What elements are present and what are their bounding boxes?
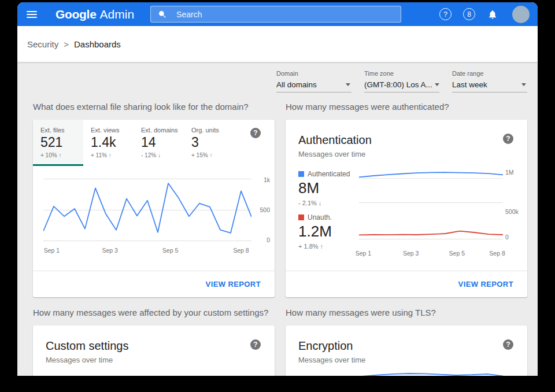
card-subtitle: Messages over time xyxy=(298,150,372,158)
notifications-bell-icon[interactable] xyxy=(487,9,498,20)
menu-icon[interactable] xyxy=(27,8,40,21)
google-admin-logo: GoogleAdmin xyxy=(56,8,134,21)
authenticated-sparkline xyxy=(359,170,503,203)
question-custom-settings: How many messages were affected by your … xyxy=(33,308,275,317)
stat-tabs: Ext. files 521 + 10% ↑ Ext. views 1.4k +… xyxy=(33,120,275,166)
tab-delta: + 15% ↑ xyxy=(191,152,234,158)
filter-timezone[interactable]: Time zone (GMT-8:00) Los A... xyxy=(364,70,439,93)
card-title: Custom settings xyxy=(46,339,128,353)
tab-ext-domains[interactable]: Ext. domains 14 - 12% ↓ xyxy=(134,120,184,166)
card-header: Authentication Messages over time ? xyxy=(286,120,527,158)
x-axis-label: Sep 3 xyxy=(403,250,419,257)
authentication-column: How many messages were authenticated? Au… xyxy=(286,102,527,297)
x-axis-label: Sep 1 xyxy=(356,250,371,257)
card-subtitle: Messages over time xyxy=(46,356,128,364)
card-title: Authentication xyxy=(298,134,372,147)
tab-label: Org. units xyxy=(191,127,234,134)
filter-value: Last week xyxy=(452,80,487,89)
logo-admin-text: Admin xyxy=(100,8,135,21)
x-axis: Sep 1 Sep 3 Sep 5 Sep 8 xyxy=(43,247,251,255)
filters-bar: Domain All domains Time zone (GMT-8:00) … xyxy=(33,70,527,93)
search-input[interactable] xyxy=(175,9,394,20)
counter-badge-icon[interactable]: 8 xyxy=(463,8,475,20)
tab-ext-files[interactable]: Ext. files 521 + 10% ↑ xyxy=(33,120,83,166)
search-bar[interactable] xyxy=(150,6,401,23)
tab-value: 521 xyxy=(40,135,83,150)
legend-unauthenticated: Unauth. xyxy=(298,213,356,221)
legend-swatch-blue xyxy=(298,171,304,177)
x-axis-label: Sep 8 xyxy=(489,250,505,257)
breadcrumb-separator: > xyxy=(64,39,69,49)
tab-delta: - 12% ↓ xyxy=(141,152,184,158)
view-report-link[interactable]: VIEW REPORT xyxy=(206,280,261,289)
chevron-down-icon xyxy=(521,83,526,86)
stat-value: 8M xyxy=(298,179,356,197)
tab-label: Ext. views xyxy=(91,127,134,134)
custom-settings-column: How many messages were affected by your … xyxy=(33,308,275,376)
cards-row-2: How many messages were affected by your … xyxy=(33,308,527,376)
card-footer: VIEW REPORT xyxy=(33,271,275,297)
help-icon[interactable]: ? xyxy=(503,134,513,144)
filter-value: All domains xyxy=(276,80,317,89)
x-axis-label: Sep 8 xyxy=(233,247,249,254)
legend-column: Authenticated 8M - 2.1% ↓ Unauth. 1.2 xyxy=(298,170,356,250)
line-chart xyxy=(359,170,503,182)
card-header: Custom settings Messages over time ? xyxy=(33,326,275,364)
tab-label: Ext. domains xyxy=(141,127,184,134)
tab-label: Ext. files xyxy=(40,127,83,134)
help-icon[interactable]: ? xyxy=(439,8,452,20)
tab-delta: + 10% ↑ xyxy=(40,152,83,158)
y-axis-label: 1M xyxy=(505,169,523,176)
card-subtitle: Messages over time xyxy=(298,356,365,364)
tab-delta: + 11% ↑ xyxy=(91,152,134,158)
card-custom-settings: Custom settings Messages over time ? xyxy=(33,326,275,376)
tab-org-units[interactable]: Org. units 3 + 15% ↑ xyxy=(184,120,234,166)
line-chart xyxy=(359,224,503,238)
view-report-link[interactable]: VIEW REPORT xyxy=(458,280,513,289)
filter-value: (GMT-8:00) Los A... xyxy=(364,80,432,89)
app-bar-actions: ? 8 xyxy=(439,6,530,23)
card-header: Encryption Messages over time ? xyxy=(286,326,527,364)
filter-label: Date range xyxy=(452,70,527,77)
user-avatar[interactable] xyxy=(512,6,530,23)
tab-value: 3 xyxy=(191,135,234,150)
y-axis-label: 500k xyxy=(505,208,523,215)
stat-value: 1.2M xyxy=(298,223,356,241)
tls-sparkline xyxy=(346,370,503,376)
line-chart xyxy=(346,370,503,376)
card-authentication: Authentication Messages over time ? Auth… xyxy=(286,120,527,297)
breadcrumb-dashboards: Dashboards xyxy=(74,39,121,49)
help-icon[interactable]: ? xyxy=(503,339,513,350)
card-footer: VIEW REPORT xyxy=(286,271,527,297)
breadcrumb-security[interactable]: Security xyxy=(27,39,58,49)
question-file-sharing: What does external file sharing look lik… xyxy=(33,102,275,112)
file-sharing-chart: 1k 500 0 Sep 1 Sep 3 Sep 5 Sep 8 xyxy=(43,179,251,255)
help-icon[interactable]: ? xyxy=(250,128,261,138)
tab-ext-views[interactable]: Ext. views 1.4k + 11% ↑ xyxy=(83,120,134,166)
question-tls: How many messages were using TLS? xyxy=(286,308,527,317)
tab-value: 14 xyxy=(141,135,184,150)
legend-authenticated: Authenticated xyxy=(298,170,356,178)
help-icon[interactable]: ? xyxy=(250,339,261,350)
chevron-down-icon xyxy=(435,83,439,86)
x-axis-label: Sep 5 xyxy=(162,247,178,254)
filter-label: Domain xyxy=(276,70,352,77)
x-axis-label: Sep 5 xyxy=(449,250,465,257)
legend-swatch-red xyxy=(298,215,304,220)
y-axis-label: 0 xyxy=(267,236,270,243)
y-axis-label: 0 xyxy=(505,234,523,241)
stat-delta: + 1.8% ↑ xyxy=(298,243,356,250)
sparkline-column xyxy=(359,170,503,239)
stat-delta: - 2.1% ↓ xyxy=(298,199,356,206)
admin-console-screen: GoogleAdmin ? 8 Security > Dashboards xyxy=(17,2,538,376)
x-axis-label: Sep 1 xyxy=(44,247,60,254)
dashboard-content: Domain All domains Time zone (GMT-8:00) … xyxy=(17,62,538,376)
chevron-down-icon xyxy=(346,83,350,86)
authentication-chart: Authenticated 8M - 2.1% ↓ Unauth. 1.2 xyxy=(298,170,527,257)
filter-domain[interactable]: Domain All domains xyxy=(276,70,352,93)
legend-label: Authenticated xyxy=(308,170,350,178)
filter-label: Time zone xyxy=(364,70,439,77)
card-title: Encryption xyxy=(298,339,365,353)
cards-row-1: What does external file sharing look lik… xyxy=(33,102,527,297)
filter-daterange[interactable]: Date range Last week xyxy=(452,70,527,93)
